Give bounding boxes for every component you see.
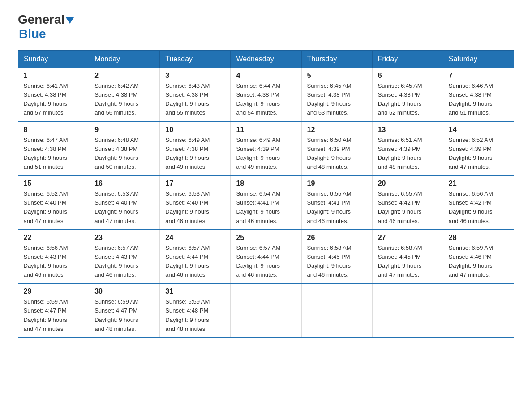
day-number: 3 — [165, 72, 225, 80]
day-info: Sunrise: 6:49 AM Sunset: 4:39 PM Dayligh… — [236, 136, 296, 172]
day-cell: 26 Sunrise: 6:58 AM Sunset: 4:45 PM Dayl… — [301, 230, 372, 284]
day-number: 18 — [236, 180, 296, 188]
day-cell: 18 Sunrise: 6:54 AM Sunset: 4:41 PM Dayl… — [231, 176, 301, 230]
calendar-body: 1 Sunrise: 6:41 AM Sunset: 4:38 PM Dayli… — [18, 68, 514, 338]
day-cell: 25 Sunrise: 6:57 AM Sunset: 4:44 PM Dayl… — [231, 230, 301, 284]
day-cell: 7 Sunrise: 6:46 AM Sunset: 4:38 PM Dayli… — [443, 68, 514, 122]
day-number: 10 — [165, 126, 225, 134]
logo-blue: Blue — [19, 27, 46, 41]
header-cell-friday: Friday — [372, 51, 443, 68]
day-info: Sunrise: 6:55 AM Sunset: 4:41 PM Dayligh… — [307, 189, 367, 226]
day-info: Sunrise: 6:53 AM Sunset: 4:40 PM Dayligh… — [94, 189, 154, 226]
day-info: Sunrise: 6:53 AM Sunset: 4:40 PM Dayligh… — [165, 189, 225, 226]
day-cell — [372, 283, 443, 338]
day-info: Sunrise: 6:42 AM Sunset: 4:38 PM Dayligh… — [94, 81, 154, 118]
header-row: SundayMondayTuesdayWednesdayThursdayFrid… — [18, 51, 514, 68]
day-number: 24 — [165, 234, 225, 242]
day-number: 7 — [449, 72, 509, 80]
day-cell: 5 Sunrise: 6:45 AM Sunset: 4:38 PM Dayli… — [301, 68, 372, 122]
day-cell: 29 Sunrise: 6:59 AM Sunset: 4:47 PM Dayl… — [18, 283, 89, 338]
day-number: 25 — [236, 234, 296, 242]
day-info: Sunrise: 6:58 AM Sunset: 4:45 PM Dayligh… — [307, 244, 367, 280]
day-cell — [443, 283, 514, 338]
header-cell-thursday: Thursday — [301, 51, 372, 68]
day-number: 6 — [378, 72, 438, 80]
day-cell: 1 Sunrise: 6:41 AM Sunset: 4:38 PM Dayli… — [18, 68, 89, 122]
day-number: 1 — [24, 72, 84, 80]
day-number: 29 — [24, 287, 84, 295]
week-row-1: 1 Sunrise: 6:41 AM Sunset: 4:38 PM Dayli… — [18, 68, 514, 122]
day-cell: 9 Sunrise: 6:48 AM Sunset: 4:38 PM Dayli… — [89, 122, 160, 176]
header-cell-sunday: Sunday — [18, 51, 89, 68]
day-cell: 14 Sunrise: 6:52 AM Sunset: 4:39 PM Dayl… — [443, 122, 514, 176]
day-number: 20 — [378, 180, 438, 188]
week-row-3: 15 Sunrise: 6:52 AM Sunset: 4:40 PM Dayl… — [18, 176, 514, 230]
day-number: 12 — [307, 126, 367, 134]
day-info: Sunrise: 6:58 AM Sunset: 4:45 PM Dayligh… — [378, 244, 438, 280]
day-info: Sunrise: 6:57 AM Sunset: 4:43 PM Dayligh… — [94, 244, 154, 280]
day-cell: 28 Sunrise: 6:59 AM Sunset: 4:46 PM Dayl… — [443, 230, 514, 284]
day-info: Sunrise: 6:41 AM Sunset: 4:38 PM Dayligh… — [24, 81, 84, 118]
day-number: 5 — [307, 72, 367, 80]
week-row-4: 22 Sunrise: 6:56 AM Sunset: 4:43 PM Dayl… — [18, 230, 514, 284]
day-cell: 4 Sunrise: 6:44 AM Sunset: 4:38 PM Dayli… — [231, 68, 301, 122]
day-info: Sunrise: 6:59 AM Sunset: 4:47 PM Dayligh… — [94, 297, 154, 334]
day-info: Sunrise: 6:46 AM Sunset: 4:38 PM Dayligh… — [449, 81, 509, 118]
day-cell: 13 Sunrise: 6:51 AM Sunset: 4:39 PM Dayl… — [372, 122, 443, 176]
day-number: 15 — [24, 180, 84, 188]
day-number: 9 — [94, 126, 154, 134]
day-number: 22 — [24, 234, 84, 242]
day-cell: 23 Sunrise: 6:57 AM Sunset: 4:43 PM Dayl… — [89, 230, 160, 284]
week-row-2: 8 Sunrise: 6:47 AM Sunset: 4:38 PM Dayli… — [18, 122, 514, 176]
logo-triangle-icon — [66, 17, 74, 24]
day-info: Sunrise: 6:57 AM Sunset: 4:44 PM Dayligh… — [236, 244, 296, 280]
day-info: Sunrise: 6:45 AM Sunset: 4:38 PM Dayligh… — [307, 81, 367, 118]
header-cell-wednesday: Wednesday — [231, 51, 301, 68]
day-cell: 15 Sunrise: 6:52 AM Sunset: 4:40 PM Dayl… — [18, 176, 89, 230]
day-cell: 30 Sunrise: 6:59 AM Sunset: 4:47 PM Dayl… — [89, 283, 160, 338]
header: General Blue — [18, 13, 514, 41]
day-info: Sunrise: 6:44 AM Sunset: 4:38 PM Dayligh… — [236, 81, 296, 118]
day-info: Sunrise: 6:56 AM Sunset: 4:42 PM Dayligh… — [449, 189, 509, 226]
logo: General Blue — [18, 13, 74, 41]
calendar-header: SundayMondayTuesdayWednesdayThursdayFrid… — [18, 51, 514, 68]
day-info: Sunrise: 6:45 AM Sunset: 4:38 PM Dayligh… — [378, 81, 438, 118]
day-cell: 12 Sunrise: 6:50 AM Sunset: 4:39 PM Dayl… — [301, 122, 372, 176]
logo-general: General — [18, 13, 64, 26]
day-cell: 10 Sunrise: 6:49 AM Sunset: 4:38 PM Dayl… — [160, 122, 231, 176]
day-info: Sunrise: 6:51 AM Sunset: 4:39 PM Dayligh… — [378, 136, 438, 172]
header-cell-monday: Monday — [89, 51, 160, 68]
day-info: Sunrise: 6:56 AM Sunset: 4:43 PM Dayligh… — [24, 244, 84, 280]
day-cell: 6 Sunrise: 6:45 AM Sunset: 4:38 PM Dayli… — [372, 68, 443, 122]
day-cell — [231, 283, 301, 338]
day-cell: 27 Sunrise: 6:58 AM Sunset: 4:45 PM Dayl… — [372, 230, 443, 284]
day-info: Sunrise: 6:43 AM Sunset: 4:38 PM Dayligh… — [165, 81, 225, 118]
header-cell-saturday: Saturday — [443, 51, 514, 68]
day-cell: 8 Sunrise: 6:47 AM Sunset: 4:38 PM Dayli… — [18, 122, 89, 176]
day-cell: 21 Sunrise: 6:56 AM Sunset: 4:42 PM Dayl… — [443, 176, 514, 230]
day-cell: 16 Sunrise: 6:53 AM Sunset: 4:40 PM Dayl… — [89, 176, 160, 230]
day-number: 27 — [378, 234, 438, 242]
day-info: Sunrise: 6:59 AM Sunset: 4:48 PM Dayligh… — [165, 297, 225, 334]
day-info: Sunrise: 6:59 AM Sunset: 4:47 PM Dayligh… — [24, 297, 84, 334]
day-cell: 19 Sunrise: 6:55 AM Sunset: 4:41 PM Dayl… — [301, 176, 372, 230]
day-number: 21 — [449, 180, 509, 188]
day-number: 8 — [24, 126, 84, 134]
day-info: Sunrise: 6:57 AM Sunset: 4:44 PM Dayligh… — [165, 244, 225, 280]
calendar-table: SundayMondayTuesdayWednesdayThursdayFrid… — [18, 50, 514, 338]
day-number: 14 — [449, 126, 509, 134]
day-info: Sunrise: 6:50 AM Sunset: 4:39 PM Dayligh… — [307, 136, 367, 172]
day-number: 23 — [94, 234, 154, 242]
day-cell: 3 Sunrise: 6:43 AM Sunset: 4:38 PM Dayli… — [160, 68, 231, 122]
day-info: Sunrise: 6:54 AM Sunset: 4:41 PM Dayligh… — [236, 189, 296, 226]
day-number: 28 — [449, 234, 509, 242]
day-number: 31 — [165, 287, 225, 295]
day-cell: 24 Sunrise: 6:57 AM Sunset: 4:44 PM Dayl… — [160, 230, 231, 284]
day-cell: 2 Sunrise: 6:42 AM Sunset: 4:38 PM Dayli… — [89, 68, 160, 122]
day-cell: 22 Sunrise: 6:56 AM Sunset: 4:43 PM Dayl… — [18, 230, 89, 284]
day-info: Sunrise: 6:52 AM Sunset: 4:39 PM Dayligh… — [449, 136, 509, 172]
day-number: 19 — [307, 180, 367, 188]
week-row-5: 29 Sunrise: 6:59 AM Sunset: 4:47 PM Dayl… — [18, 283, 514, 338]
day-number: 26 — [307, 234, 367, 242]
day-number: 4 — [236, 72, 296, 80]
